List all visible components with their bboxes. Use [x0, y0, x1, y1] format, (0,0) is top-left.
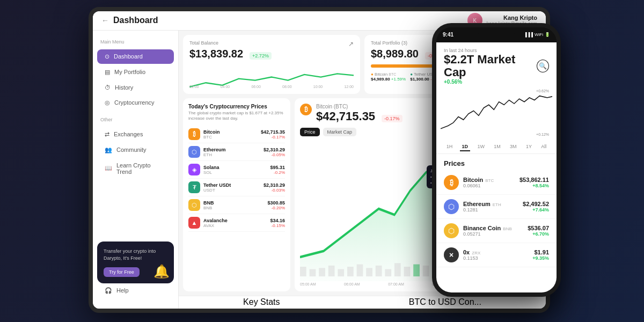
- other-label: Other: [93, 115, 178, 125]
- phone-btc-icon: ₿: [444, 175, 459, 190]
- phone-crypto-bnb[interactable]: ⬡ Binance Coin BNB 0.05271 $536.07 +6.70…: [436, 219, 557, 243]
- svg-rect-11: [404, 267, 411, 276]
- phone-market-chart: +0.62% +0.12%: [436, 87, 557, 141]
- chart-high-label: +0.62%: [536, 89, 549, 93]
- page-title: Dashboard: [113, 16, 158, 25]
- total-balance-card: Total Balance ↗ $13,839.82 +2.72%: [183, 35, 360, 94]
- sol-list-icon: ◈: [188, 164, 200, 175]
- crypto-row-eth[interactable]: ⬡ Ethereum ETH $2,310.29 -0.05%: [188, 143, 285, 161]
- dashboard-icon: ⊙: [105, 53, 109, 60]
- svg-rect-6: [357, 264, 363, 276]
- crypto-row-btc[interactable]: ₿ Bitcoin BTC $42,715.35 -0.17%: [188, 126, 285, 143]
- sidebar-portfolio-label: My Portfolio: [114, 69, 145, 75]
- sidebar-exchanges-label: Exchanges: [114, 131, 143, 137]
- sidebar-item-learn[interactable]: 📖 Learn Crypto Trend: [97, 158, 174, 179]
- tab-1d[interactable]: 1D: [460, 143, 471, 151]
- svg-rect-0: [300, 267, 306, 276]
- time-label-2: 04:00: [221, 85, 230, 89]
- sidebar-item-exchanges[interactable]: ⇄ Exchanges: [97, 127, 174, 142]
- sidebar-item-portfolio[interactable]: ▤ My Portfolio: [97, 65, 174, 79]
- phone-crypto-zrx[interactable]: × 0x ZRX 0.1153 $1.91 +9.35%: [436, 243, 557, 267]
- phone-time-tabs: 1H 1D 1W 1M 3M 1Y All: [436, 141, 557, 154]
- phone-prices-title: Prices: [436, 154, 557, 171]
- svg-rect-12: [413, 264, 420, 276]
- sidebar-item-help[interactable]: 🎧 Help: [97, 283, 174, 298]
- time-label-1: 02:00: [189, 85, 199, 89]
- usdt-list-icon: ₮: [188, 181, 200, 193]
- phone-status-icons: ▐▐▐ WiFi 🔋: [524, 32, 550, 37]
- btc-converter-label[interactable]: BTC to USD Con...: [409, 297, 481, 307]
- bell-icon: 🔔: [153, 264, 170, 279]
- sidebar-community-label: Community: [116, 147, 147, 153]
- svg-rect-4: [338, 269, 344, 276]
- time-label-3: 06:00: [251, 85, 261, 89]
- tab-1m[interactable]: 1M: [492, 143, 503, 151]
- svg-rect-13: [423, 265, 429, 276]
- sidebar-crypto-label: Cryptocurrency: [114, 99, 155, 106]
- search-button[interactable]: 🔍: [537, 60, 549, 72]
- phone: 9:41 ▐▐▐ WiFi 🔋 In last 24 hours $2.2T M…: [432, 23, 561, 297]
- crypto-list-card: Today's Cryptocurrency Prices The global…: [183, 98, 290, 291]
- balance-value: $13,839.82: [189, 48, 243, 60]
- svg-rect-8: [376, 265, 382, 276]
- tab-marketcap[interactable]: Market Cap: [323, 128, 357, 136]
- phone-screen: In last 24 hours $2.2T Market Cap +0.56%…: [436, 42, 557, 292]
- btc-icon: ₿: [300, 104, 312, 115]
- community-icon: 👥: [105, 147, 112, 153]
- portfolio-icon: ▤: [105, 69, 110, 76]
- help-label: Help: [116, 287, 129, 294]
- portfolio-btc: ● Bitcoin BTC $4,989.80 +1.59%: [371, 72, 406, 82]
- crypto-row-bnb[interactable]: ⬡ BNB BNB $300.85 -0.20%: [188, 196, 285, 214]
- phone-market-header: In last 24 hours $2.2T Market Cap +0.56%…: [436, 42, 557, 87]
- svg-rect-7: [366, 268, 372, 276]
- sidebar-item-dashboard[interactable]: ⊙ Dashboard: [97, 49, 174, 64]
- crypto-list-subtitle: The global crypto market cap is $1.67T a…: [188, 111, 285, 122]
- phone-zrx-icon: ×: [444, 247, 459, 262]
- key-stats-label[interactable]: Key Stats: [243, 297, 280, 307]
- back-icon[interactable]: ←: [101, 16, 109, 25]
- sidebar-item-cryptocurrency[interactable]: ◎ Cryptocurrency: [97, 96, 174, 110]
- sidebar: Main Menu ⊙ Dashboard ▤ My Portfolio ⏱ H…: [93, 31, 179, 309]
- phone-crypto-eth[interactable]: ⬡ Ethereum ETH 0.1281 $2,492.52 +7.64%: [436, 195, 557, 219]
- portfolio-label: Total Portfolio (3): [371, 40, 407, 46]
- crypto-row-usdt[interactable]: ₮ Tether USDt USDT $2,310.29 -0.03%: [188, 179, 285, 196]
- learn-icon: 📖: [105, 165, 112, 172]
- chart-change: -0.17%: [382, 115, 402, 122]
- phone-market-label: In last 24 hours: [444, 48, 537, 53]
- svg-rect-3: [328, 265, 335, 276]
- tab-price[interactable]: Price: [300, 128, 320, 136]
- balance-label: Total Balance: [189, 40, 218, 46]
- sidebar-item-community[interactable]: 👥 Community: [97, 143, 174, 157]
- phone-status-bar: 9:41 ▐▐▐ WiFi 🔋: [436, 27, 557, 42]
- phone-bnb-icon: ⬡: [444, 223, 459, 238]
- chart-coin-name: Bitcoin (BTC): [316, 104, 402, 109]
- portfolio-value: $8,989.80: [371, 48, 419, 60]
- phone-eth-icon: ⬡: [444, 199, 459, 214]
- tab-all[interactable]: All: [539, 143, 548, 151]
- promo-card: Transfer your crypto into Darypto, It's …: [97, 241, 174, 283]
- bnb-list-icon: ⬡: [188, 199, 200, 211]
- tab-1y[interactable]: 1Y: [524, 143, 534, 151]
- chart-price: $42,715.35: [316, 109, 375, 123]
- promo-text: Transfer your crypto into Darypto, It's …: [104, 248, 167, 261]
- sidebar-item-history[interactable]: ⏱ History: [97, 80, 174, 94]
- sidebar-dashboard-label: Dashboard: [114, 53, 143, 60]
- svg-rect-2: [319, 268, 325, 276]
- crypto-row-sol[interactable]: ◈ Solana SOL $95.31 -0.2%: [188, 161, 285, 179]
- balance-expand-icon[interactable]: ↗: [348, 40, 354, 48]
- tab-1h[interactable]: 1H: [444, 143, 455, 151]
- crypto-icon: ◎: [105, 99, 110, 106]
- phone-crypto-btc[interactable]: ₿ Bitcoin BTC 0.06061 $53,862.11 +8.54%: [436, 171, 557, 195]
- time-label-4: 08:00: [282, 85, 292, 89]
- phone-market-change: +0.56%: [444, 79, 537, 85]
- headphones-icon: 🎧: [105, 287, 112, 294]
- promo-button[interactable]: Try for Free: [104, 267, 140, 277]
- svg-rect-1: [310, 269, 316, 276]
- tab-1w[interactable]: 1W: [475, 143, 487, 151]
- svg-rect-10: [394, 263, 401, 276]
- time-label-5: 10:00: [313, 85, 323, 89]
- crypto-row-avax[interactable]: ▲ Avalanche AVAX $34.16 -0.15%: [188, 214, 285, 232]
- crypto-list-title: Today's Cryptocurrency Prices: [188, 104, 285, 109]
- chart-low-label: +0.12%: [536, 133, 549, 136]
- tab-3m[interactable]: 3M: [508, 143, 519, 151]
